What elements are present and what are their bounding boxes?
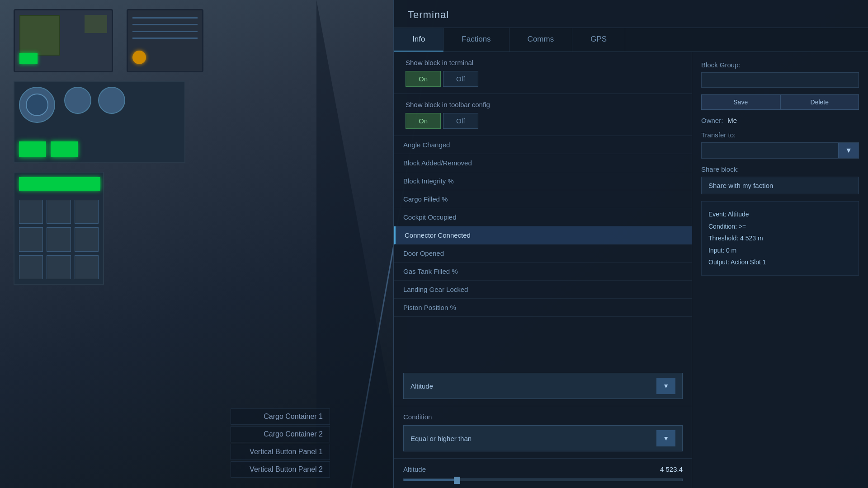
show-toolbar-on-btn[interactable]: On — [406, 113, 441, 129]
list-item-cargo2[interactable]: Cargo Container 2 — [231, 426, 330, 442]
show-terminal-off-btn[interactable]: Off — [443, 71, 478, 87]
event-block-integrity[interactable]: Block Integrity % — [394, 172, 692, 190]
altitude-slider-thumb[interactable] — [454, 477, 460, 484]
event-info-input-label: Input: — [708, 247, 724, 254]
transfer-dropdown[interactable]: ▼ — [701, 142, 859, 159]
transfer-input[interactable] — [702, 143, 838, 158]
show-toolbar-toggle: On Off — [406, 113, 680, 129]
list-item-vbp1[interactable]: Vertical Button Panel 1 — [231, 444, 330, 460]
block-group-section: Block Group: — [701, 61, 859, 88]
panel-decoration-1 — [14, 9, 113, 72]
event-info-block: Event: Altitude Condition: >= Threshold:… — [701, 201, 859, 276]
list-item-cargo1[interactable]: Cargo Container 1 — [231, 408, 330, 425]
panel-decoration-3 — [14, 81, 185, 163]
transfer-label: Transfer to: — [701, 131, 859, 139]
show-terminal-toggle: On Off — [406, 71, 680, 87]
terminal-content: Show block in terminal On Off Show block… — [394, 52, 868, 488]
share-label: Share block: — [701, 165, 859, 173]
owner-value: Me — [727, 117, 737, 124]
save-delete-row: Save Delete — [701, 94, 859, 110]
event-info-row-input: Input: 0 m — [708, 244, 852, 257]
event-info-threshold-value: 4 523 m — [740, 235, 763, 242]
event-info-output-label: Output: — [708, 258, 729, 266]
condition-label: Condition — [403, 413, 683, 421]
altitude-slider[interactable] — [403, 479, 683, 481]
event-dropdown-section: Altitude ▼ — [394, 366, 692, 406]
owner-section: Owner: Me — [701, 117, 859, 124]
terminal-title: Terminal — [408, 9, 854, 28]
show-terminal-on-btn[interactable]: On — [406, 71, 441, 87]
event-dropdown[interactable]: Altitude ▼ — [403, 373, 683, 399]
show-terminal-label: Show block in terminal — [406, 59, 680, 66]
event-landing-gear[interactable]: Landing Gear Locked — [394, 281, 692, 299]
event-info-condition-value: >= — [739, 223, 746, 230]
condition-dropdown-arrow[interactable]: ▼ — [656, 430, 675, 446]
show-toolbar-section: Show block in toolbar config On Off — [394, 94, 692, 136]
event-info-input-value: 0 m — [726, 247, 736, 254]
event-piston-position[interactable]: Piston Position % — [394, 299, 692, 317]
terminal-header: Terminal — [394, 0, 868, 28]
tab-factions[interactable]: Factions — [443, 28, 509, 52]
terminal-right-panel: Block Group: Save Delete Owner: Me Trans… — [692, 52, 868, 488]
event-info-threshold-label: Threshold: — [708, 235, 738, 242]
share-section: Share block: Share with my faction — [701, 165, 859, 194]
event-dropdown-arrow[interactable]: ▼ — [656, 378, 675, 394]
terminal-panel: Terminal Info Factions Comms GPS Show bl… — [393, 0, 868, 488]
condition-value: Equal or higher than — [410, 435, 472, 442]
panel-decoration-4 — [14, 172, 104, 285]
delete-button[interactable]: Delete — [780, 94, 859, 110]
show-terminal-section: Show block in terminal On Off — [394, 52, 692, 94]
share-value: Share with my faction — [708, 182, 773, 189]
condition-dropdown[interactable]: Equal or higher than ▼ — [403, 425, 683, 451]
event-info-event-label: Event: — [708, 211, 726, 218]
nav-tabs: Info Factions Comms GPS — [394, 28, 868, 52]
transfer-arrow-btn[interactable]: ▼ — [838, 143, 859, 158]
events-list: Angle Changed Block Added/Removed Block … — [394, 136, 692, 366]
altitude-label: Altitude — [403, 465, 426, 473]
share-dropdown[interactable]: Share with my faction — [701, 177, 859, 194]
event-block-added[interactable]: Block Added/Removed — [394, 154, 692, 172]
save-button[interactable]: Save — [701, 94, 780, 110]
tab-comms[interactable]: Comms — [509, 28, 573, 52]
altitude-value: 4 523.4 — [660, 465, 683, 473]
event-info-output-value: Action Slot 1 — [731, 258, 766, 266]
event-connector-connected[interactable]: Connector Connected — [394, 226, 692, 244]
block-group-label: Block Group: — [701, 61, 859, 69]
tab-gps[interactable]: GPS — [572, 28, 625, 52]
event-info-condition-label: Condition: — [708, 223, 737, 230]
event-door-opened[interactable]: Door Opened — [394, 244, 692, 263]
event-cockpit-occupied[interactable]: Cockpit Occupied — [394, 208, 692, 226]
altitude-row: Altitude 4 523.4 — [403, 465, 683, 473]
panel-decoration-2 — [127, 9, 203, 72]
event-dropdown-value: Altitude — [410, 382, 433, 390]
tab-info[interactable]: Info — [394, 28, 443, 52]
transfer-section: Transfer to: ▼ — [701, 131, 859, 159]
show-toolbar-label: Show block in toolbar config — [406, 101, 680, 108]
block-list-panel: Cargo Container 1 Cargo Container 2 Vert… — [0, 408, 402, 488]
event-angle-changed[interactable]: Angle Changed — [394, 136, 692, 154]
condition-section: Condition Equal or higher than ▼ — [394, 406, 692, 459]
event-info-row-threshold: Threshold: 4 523 m — [708, 232, 852, 244]
event-info-row-output: Output: Action Slot 1 — [708, 256, 852, 268]
block-group-input[interactable] — [701, 72, 859, 88]
list-item-vbp2[interactable]: Vertical Button Panel 2 — [231, 461, 330, 478]
show-toolbar-off-btn[interactable]: Off — [443, 113, 478, 129]
event-info-event-value: Altitude — [728, 211, 749, 218]
event-info-row-event: Event: Altitude — [708, 208, 852, 221]
event-gas-tank[interactable]: Gas Tank Filled % — [394, 263, 692, 281]
event-info-row-condition: Condition: >= — [708, 221, 852, 233]
event-cargo-filled[interactable]: Cargo Filled % — [394, 190, 692, 208]
terminal-center-panel: Show block in terminal On Off Show block… — [394, 52, 692, 488]
owner-label: Owner: — [701, 117, 723, 124]
altitude-section: Altitude 4 523.4 — [394, 459, 692, 488]
altitude-slider-fill — [404, 479, 457, 481]
